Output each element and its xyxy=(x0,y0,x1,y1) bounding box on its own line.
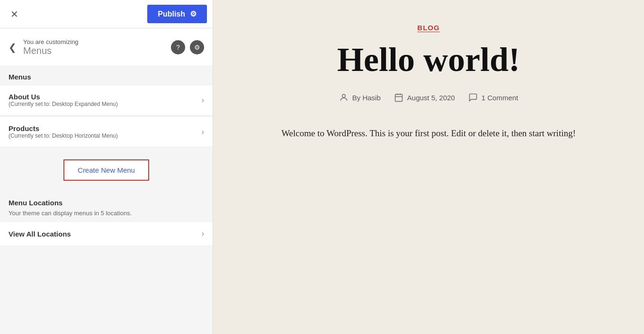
create-menu-section: Create New Menu xyxy=(0,148,213,192)
settings-icon: ⚙ xyxy=(194,44,200,51)
locations-title: Menu Locations xyxy=(9,199,204,207)
menu-item-products[interactable]: Products (Currently set to: Desktop Hori… xyxy=(0,116,213,147)
author-meta: By Hasib xyxy=(339,93,381,102)
publish-button[interactable]: Publish ⚙ xyxy=(147,5,207,23)
post-title: Hello world! xyxy=(337,41,520,79)
about-us-title: About Us xyxy=(9,93,118,101)
right-content: BLOG Hello world! By Hasib August 5, 202… xyxy=(213,0,644,334)
about-us-chevron-icon: › xyxy=(202,96,204,105)
top-bar: ✕ Publish ⚙ xyxy=(0,0,213,28)
back-button[interactable]: ❮ xyxy=(9,42,17,53)
customizing-icons: ? ⚙ xyxy=(171,40,204,54)
settings-icon-button[interactable]: ⚙ xyxy=(190,40,204,54)
calendar-icon xyxy=(394,93,403,102)
comments-text: 1 Comment xyxy=(482,94,519,102)
close-button[interactable]: ✕ xyxy=(6,6,23,23)
date-meta: August 5, 2020 xyxy=(394,93,455,102)
about-us-text: About Us (Currently set to: Desktop Expa… xyxy=(9,93,118,107)
publish-label: Publish xyxy=(158,10,185,18)
blog-tag: BLOG xyxy=(417,24,439,32)
locations-section: Menu Locations Your theme can display me… xyxy=(0,192,213,217)
customizing-header: ❮ You are customizing Menus ? ⚙ xyxy=(0,28,213,66)
post-meta: By Hasib August 5, 2020 1 Comment xyxy=(339,93,518,102)
svg-rect-1 xyxy=(395,95,402,102)
help-icon-button[interactable]: ? xyxy=(171,40,185,54)
create-new-menu-button[interactable]: Create New Menu xyxy=(63,159,149,181)
author-text: By Hasib xyxy=(352,94,381,102)
view-all-locations-chevron-icon: › xyxy=(202,229,204,238)
left-panel: ✕ Publish ⚙ ❮ You are customizing Menus … xyxy=(0,0,213,334)
menus-section-header: Menus xyxy=(0,66,213,85)
publish-gear-icon: ⚙ xyxy=(190,9,197,18)
customizing-subtitle: You are customizing xyxy=(23,38,79,45)
menu-item-about-us[interactable]: About Us (Currently set to: Desktop Expa… xyxy=(0,85,213,115)
post-body: Welcome to WordPress. This is your first… xyxy=(281,126,576,141)
view-all-locations-label: View All Locations xyxy=(9,230,71,238)
customizing-title: Menus xyxy=(23,45,79,56)
panel-content: Menus About Us (Currently set to: Deskto… xyxy=(0,66,213,334)
customizing-left: ❮ You are customizing Menus xyxy=(9,38,79,56)
about-us-subtitle: (Currently set to: Desktop Expanded Menu… xyxy=(9,101,118,107)
help-icon: ? xyxy=(176,44,180,51)
products-text: Products (Currently set to: Desktop Hori… xyxy=(9,124,118,139)
customizing-text: You are customizing Menus xyxy=(23,38,79,56)
comment-icon xyxy=(468,93,478,102)
comments-meta: 1 Comment xyxy=(468,93,519,102)
svg-point-0 xyxy=(342,95,345,98)
products-chevron-icon: › xyxy=(202,128,204,136)
date-text: August 5, 2020 xyxy=(407,94,455,102)
person-icon xyxy=(339,93,349,102)
products-subtitle: (Currently set to: Desktop Horizontal Me… xyxy=(9,132,118,139)
view-all-locations-item[interactable]: View All Locations › xyxy=(0,221,213,246)
products-title: Products xyxy=(9,124,118,132)
locations-description: Your theme can display menus in 5 locati… xyxy=(9,210,204,217)
